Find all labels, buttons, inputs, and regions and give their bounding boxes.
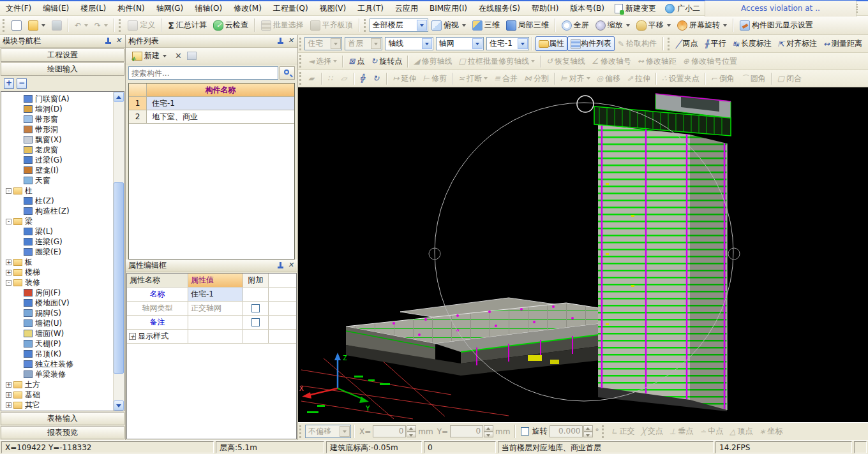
menu-item[interactable]: 视图(V) (314, 1, 352, 15)
combo-arrow-icon[interactable] (371, 38, 381, 49)
toolbar-grip[interactable] (119, 19, 122, 32)
offset-select[interactable]: 不偏移 (305, 425, 351, 438)
toolbar-button[interactable] (386, 73, 387, 85)
toolbar-button[interactable]: ▱ (338, 72, 352, 85)
draw-input-button[interactable]: 绘图输入 (1, 62, 124, 76)
toolbar-button[interactable] (452, 73, 453, 85)
property-row[interactable]: +显示样式 (127, 330, 296, 344)
rotate-stepper[interactable] (583, 425, 593, 437)
menu-item[interactable]: 辅轴(O) (189, 1, 228, 15)
toolbar-button[interactable] (342, 55, 343, 68)
cloud-check-button[interactable]: 云检查 (210, 18, 251, 33)
rotate-checkbox[interactable] (521, 427, 529, 436)
tree-item[interactable]: 构造柱(Z) (3, 206, 112, 216)
snap-toggle[interactable]: ∟正交 (608, 425, 638, 438)
undo-button[interactable]: ↶ (71, 19, 91, 32)
pin-icon[interactable] (105, 38, 112, 45)
tree-expander[interactable]: + (6, 270, 11, 275)
toolbar-button[interactable]: ⊠点 (345, 54, 368, 69)
menu-item[interactable]: BIM应用(I) (424, 1, 473, 15)
tree-expander[interactable]: + (6, 260, 11, 265)
toolbar-button[interactable]: ╬ (357, 72, 370, 85)
toolbar-grip[interactable] (364, 19, 367, 32)
scroll-down-icon[interactable] (114, 400, 124, 411)
tree-item[interactable]: - 梁 (3, 216, 112, 226)
tree-item[interactable]: 天窗 (3, 175, 112, 186)
tree-item[interactable]: 老虎窗 (3, 145, 112, 155)
tree-item[interactable]: 单梁装修 (3, 369, 112, 379)
property-value[interactable]: 正交轴网 (188, 302, 243, 315)
floor-select[interactable]: 全部楼层 (370, 18, 428, 32)
toolbar-grip[interactable] (299, 425, 303, 438)
tree-item[interactable]: 连梁(G) (3, 237, 112, 247)
redo-button[interactable]: ↷ (91, 19, 111, 32)
combo-arrow-icon[interactable] (422, 38, 432, 49)
toolbar-grip[interactable] (3, 19, 6, 32)
toolbar-button[interactable] (705, 73, 706, 85)
toolbar-button[interactable]: ∴设置夹点 (659, 71, 703, 86)
toolbar-button[interactable] (655, 73, 657, 85)
snap-toggle[interactable]: ⊥垂点 (666, 425, 696, 438)
tree-item[interactable]: + 板 (3, 257, 112, 267)
batch-select-button[interactable]: 批量选择 (258, 18, 307, 33)
rotate-input[interactable]: 0.000 (550, 425, 583, 437)
toolbar-button[interactable]: ↻ (370, 72, 384, 85)
x-input[interactable]: 0 (373, 425, 406, 437)
combo-arrow-icon[interactable] (417, 20, 427, 31)
tree-expander[interactable]: + (6, 392, 11, 398)
toolbar-button[interactable]: ╱两点 (673, 36, 701, 51)
tree-item[interactable]: 梁(L) (3, 226, 112, 237)
tree-item[interactable]: 带形洞 (3, 124, 112, 135)
element-display-settings-button[interactable]: 构件图元显示设置 (737, 18, 816, 33)
pin-icon[interactable] (277, 38, 284, 45)
y-input[interactable]: 0 (450, 425, 483, 437)
align-slab-top-button[interactable]: 平齐板顶 (307, 18, 356, 33)
toolbar-button[interactable]: ≡合并 (491, 71, 521, 86)
tree-expander[interactable]: - (6, 219, 11, 224)
category-select[interactable]: 轴线 (385, 37, 433, 50)
toolbar-button[interactable]: ↦延伸 (389, 71, 419, 86)
toolbar-button[interactable]: ⊨对齐 (557, 71, 593, 86)
partial-3d-button[interactable]: 局部三维 (503, 18, 552, 33)
component-list-toggle[interactable]: 构件列表 (567, 36, 615, 51)
table-input-button[interactable]: 表格输入 (1, 412, 124, 425)
toolbar-button[interactable]: ↻旋转点 (368, 54, 405, 69)
toolbar-grip[interactable] (299, 72, 303, 85)
search-input[interactable] (128, 66, 278, 80)
tree-item[interactable]: 踢脚(S) (3, 308, 112, 318)
toolbar-button[interactable]: ▢闭合 (774, 71, 805, 86)
toolbar-button[interactable]: ⊕修改轴号位置 (680, 54, 740, 69)
toolbar-button[interactable]: ◎偏移 (594, 71, 624, 86)
close-icon[interactable]: ✕ (287, 37, 295, 45)
user-nick[interactable]: 广小二 (661, 3, 705, 14)
tree-item[interactable]: + 基础 (3, 390, 112, 400)
full-screen-button[interactable]: 全屏 (558, 18, 592, 33)
combo-arrow-icon[interactable] (472, 38, 483, 49)
copy-component-icon[interactable] (187, 52, 197, 60)
menu-item[interactable]: 版本号(B) (564, 1, 610, 15)
attributes-toggle[interactable]: 属性 (535, 36, 567, 51)
toolbar-button[interactable]: ⌒圆角 (738, 71, 769, 86)
toolbar-button[interactable]: ↔修改轴距 (634, 54, 680, 69)
tree-item[interactable]: 房间(F) (3, 288, 112, 298)
view-3d-button[interactable]: 三维 (469, 18, 503, 33)
toolbar-grip[interactable] (299, 38, 302, 50)
attach-checkbox[interactable] (251, 304, 260, 312)
property-row[interactable]: +轴网类型 正交轴网 (127, 302, 296, 316)
delete-component-button[interactable]: ✕ (175, 51, 182, 61)
tree-expander[interactable]: - (6, 188, 11, 194)
tree-item[interactable]: + 其它 (3, 400, 112, 410)
toolbar-button[interactable]: ╫平行 (701, 36, 730, 51)
toolbar-grip[interactable] (299, 55, 303, 68)
tree-item[interactable]: 墙面(W) (3, 328, 112, 339)
pick-component-button[interactable]: ✎拾取构件 (615, 36, 660, 51)
toolbar-button[interactable]: ↔测量距离 (820, 36, 865, 51)
x-stepper[interactable] (407, 425, 416, 437)
toolbar-button[interactable]: ⋈分割 (521, 71, 552, 86)
element-select[interactable]: 住宅-1 (486, 37, 529, 50)
toolbar-button[interactable] (771, 73, 772, 85)
menu-item[interactable]: 编辑(E) (37, 1, 75, 15)
menu-item[interactable]: 构件(N) (112, 1, 150, 15)
snap-toggle[interactable]: ╳交点 (638, 425, 666, 438)
screen-rotate-button[interactable]: 屏幕旋转 (674, 18, 730, 33)
